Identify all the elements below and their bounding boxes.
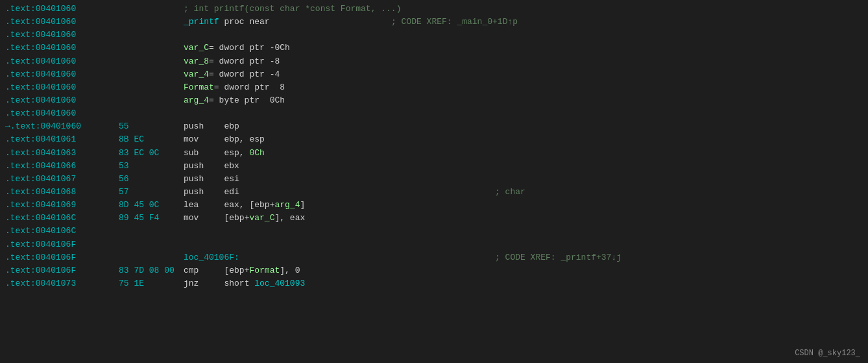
address: .text:0040106F <box>5 251 119 264</box>
mnemonic: var_C= dword ptr -0Ch <box>184 42 391 55</box>
mnemonic: push ebp <box>184 120 391 133</box>
code-line: .text:00401063 83 EC 0C sub esp, 0Ch <box>0 147 868 160</box>
code-line: →.text:00401060 55 push ebp <box>0 120 868 133</box>
address: .text:0040106C <box>5 212 119 225</box>
code-line: .text:00401060 ; int printf(const char *… <box>0 3 868 16</box>
code-line: .text:00401060 <box>0 107 868 120</box>
address: .text:00401060 <box>5 42 119 55</box>
line-comment: ; char <box>495 186 525 199</box>
code-line: .text:00401068 57 push edi ; char <box>0 186 868 199</box>
var-name: var_C <box>184 43 209 53</box>
bytes: 55 <box>119 120 184 133</box>
bytes: 53 <box>119 160 184 173</box>
code-line: .text:00401060 var_C= dword ptr -0Ch <box>0 42 868 55</box>
address: .text:0040106F <box>5 238 119 251</box>
code-line: .text:00401060 var_4= dword ptr -4 <box>0 68 868 81</box>
line-comment: ; int printf(const char *const Format, .… <box>184 3 401 16</box>
line-comment: ; CODE XREF: _printf+37↓j <box>495 251 621 264</box>
bytes: 57 <box>119 186 184 199</box>
code-line: .text:00401060 <box>0 29 868 42</box>
mnemonic: lea eax, [ebp+arg_4] <box>184 199 391 212</box>
var-name: Format <box>184 82 214 92</box>
bytes: 56 <box>119 173 184 186</box>
mnemonic: loc_40106F: <box>184 251 495 264</box>
address: .text:00401060 <box>5 107 119 120</box>
address: →.text:00401060 <box>5 120 119 133</box>
proc-name: _printf <box>184 17 219 27</box>
bytes: 83 EC 0C <box>119 147 184 160</box>
address: .text:00401061 <box>5 133 119 146</box>
code-line: .text:00401069 8D 45 0C lea eax, [ebp+ar… <box>0 199 868 212</box>
mnemonic: mov ebp, esp <box>184 133 391 146</box>
address: .text:0040106C <box>5 225 119 238</box>
bytes: 8D 45 0C <box>119 199 184 212</box>
bytes: 83 7D 08 00 <box>119 264 184 277</box>
address: .text:00401069 <box>5 199 119 212</box>
mnemonic: Format= dword ptr 8 <box>184 81 391 94</box>
mnemonic: cmp [ebp+Format], 0 <box>184 264 391 277</box>
var-name: arg_4 <box>184 95 209 105</box>
mnemonic: sub esp, 0Ch <box>184 147 391 160</box>
mnemonic: mov [ebp+var_C], eax <box>184 212 391 225</box>
address: .text:00401063 <box>5 147 119 160</box>
code-line: .text:0040106C 89 45 F4 mov [ebp+var_C],… <box>0 212 868 225</box>
code-line: .text:00401060 arg_4= byte ptr 0Ch <box>0 94 868 107</box>
address: .text:0040106F <box>5 264 119 277</box>
address: .text:00401060 <box>5 68 119 81</box>
mnemonic: push esi <box>184 173 391 186</box>
address: .text:00401060 <box>5 94 119 107</box>
var-name: var_8 <box>184 56 209 66</box>
code-line: .text:00401073 75 1E jnz short loc_40109… <box>0 277 868 290</box>
code-line: .text:00401060 var_8= dword ptr -8 <box>0 55 868 68</box>
code-line: .text:00401060 Format= dword ptr 8 <box>0 81 868 94</box>
var-name: var_4 <box>184 69 209 79</box>
code-line: .text:0040106F loc_40106F: ; CODE XREF: … <box>0 251 868 264</box>
code-line: .text:00401067 56 push esi <box>0 173 868 186</box>
watermark: CSDN @_sky123_ <box>795 349 860 358</box>
label-name: loc_40106F: <box>184 253 239 262</box>
code-line: .text:00401060 _printf proc near ; CODE … <box>0 16 868 29</box>
mnemonic: push edi <box>184 186 495 199</box>
code-line: .text:00401066 53 push ebx <box>0 160 868 173</box>
bytes: 75 1E <box>119 277 184 290</box>
mnemonic: _printf proc near <box>184 16 391 29</box>
code-line: .text:0040106F <box>0 238 868 251</box>
address: .text:00401073 <box>5 277 119 290</box>
code-container: .text:00401060 ; int printf(const char *… <box>0 0 868 363</box>
address: .text:00401066 <box>5 160 119 173</box>
mnemonic: var_4= dword ptr -4 <box>184 68 391 81</box>
address: .text:00401060 <box>5 55 119 68</box>
line-comment: ; CODE XREF: _main_0+1D↑p <box>391 16 518 29</box>
address: .text:00401060 <box>5 81 119 94</box>
code-line: .text:0040106F 83 7D 08 00 cmp [ebp+Form… <box>0 264 868 277</box>
address: .text:00401067 <box>5 173 119 186</box>
address: .text:00401060 <box>5 3 119 16</box>
address: .text:00401060 <box>5 16 119 29</box>
bytes: 89 45 F4 <box>119 212 184 225</box>
bytes: 8B EC <box>119 133 184 146</box>
code-line: .text:00401061 8B EC mov ebp, esp <box>0 133 868 146</box>
mnemonic: var_8= dword ptr -8 <box>184 55 391 68</box>
address: .text:00401068 <box>5 186 119 199</box>
mnemonic: arg_4= byte ptr 0Ch <box>184 94 391 107</box>
code-line: .text:0040106C <box>0 225 868 238</box>
address: .text:00401060 <box>5 29 119 42</box>
mnemonic: jnz short loc_401093 <box>184 277 391 290</box>
mnemonic: push ebx <box>184 160 391 173</box>
